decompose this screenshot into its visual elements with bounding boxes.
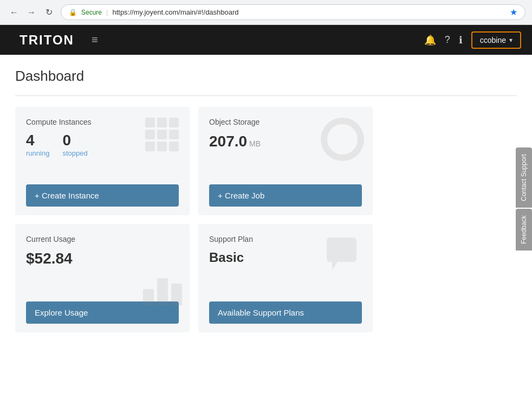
page-title: Dashboard bbox=[15, 68, 517, 85]
running-stat: 4 running bbox=[26, 133, 49, 157]
app-header: TRITON ≡ 🔔 ? ℹ ccobine ▾ bbox=[0, 25, 532, 55]
current-usage-card: Current Usage $52.84 Explore Usage bbox=[15, 224, 190, 332]
back-button[interactable]: ← bbox=[7, 5, 22, 20]
svg-marker-1 bbox=[332, 262, 338, 270]
create-job-button[interactable]: + Create Job bbox=[209, 184, 362, 207]
storage-unit: MB bbox=[249, 139, 261, 148]
usage-card-title: Current Usage bbox=[26, 235, 179, 243]
stopped-count: 0 bbox=[62, 133, 87, 148]
dropdown-arrow-icon: ▾ bbox=[509, 36, 512, 44]
user-menu-button[interactable]: ccobine ▾ bbox=[471, 31, 521, 49]
circle-background-icon bbox=[321, 118, 364, 161]
support-plan-card: Support Plan Basic Available Support Pla… bbox=[198, 224, 373, 332]
running-label: running bbox=[26, 149, 49, 157]
divider bbox=[15, 95, 517, 96]
url-text: https://my.joyent.com/main/#!/dashboard bbox=[112, 8, 238, 16]
side-tabs: Contact Support Feedback bbox=[516, 147, 532, 250]
stopped-stat: 0 stopped bbox=[62, 133, 87, 157]
feedback-tab[interactable]: Feedback bbox=[516, 209, 532, 251]
secure-label: Secure bbox=[81, 9, 102, 16]
address-bar[interactable]: 🔒 Secure | https://my.joyent.com/main/#!… bbox=[61, 4, 525, 20]
username-label: ccobine bbox=[480, 36, 506, 44]
app-logo: TRITON bbox=[20, 33, 74, 47]
bar-chart-background-icon bbox=[143, 278, 182, 305]
nav-buttons: ← → ↻ bbox=[7, 5, 56, 20]
speech-bubble-background-icon bbox=[324, 235, 362, 275]
lock-icon: 🔒 bbox=[69, 9, 77, 16]
storage-size: 207.0 bbox=[209, 133, 247, 150]
usage-amount: $52.84 bbox=[26, 250, 179, 267]
help-icon[interactable]: ? bbox=[445, 34, 450, 46]
hamburger-menu[interactable]: ≡ bbox=[92, 34, 98, 46]
notification-icon[interactable]: 🔔 bbox=[424, 34, 436, 46]
create-instance-button[interactable]: + Create Instance bbox=[26, 184, 179, 207]
contact-support-tab[interactable]: Contact Support bbox=[516, 147, 532, 208]
svg-rect-0 bbox=[327, 237, 356, 262]
forward-button[interactable]: → bbox=[24, 5, 39, 20]
stopped-label: stopped bbox=[62, 149, 87, 157]
running-count: 4 bbox=[26, 133, 49, 148]
reload-button[interactable]: ↻ bbox=[41, 5, 56, 20]
compute-instances-card: Compute Instances 4 running 0 stopped bbox=[15, 107, 190, 215]
object-storage-card: Object Storage 207.0MB + Create Job bbox=[198, 107, 373, 215]
dashboard-grid: Compute Instances 4 running 0 stopped bbox=[15, 107, 373, 332]
bookmark-icon[interactable]: ★ bbox=[510, 7, 517, 17]
main-content: Dashboard Compute Instances 4 running 0 … bbox=[0, 55, 532, 345]
support-plans-button[interactable]: Available Support Plans bbox=[209, 301, 362, 324]
grid-background-icon bbox=[145, 118, 179, 151]
info-icon[interactable]: ℹ bbox=[459, 34, 463, 46]
browser-chrome: ← → ↻ 🔒 Secure | https://my.joyent.com/m… bbox=[0, 0, 532, 25]
header-right: 🔔 ? ℹ ccobine ▾ bbox=[424, 31, 521, 49]
logo-box: TRITON bbox=[11, 28, 83, 52]
